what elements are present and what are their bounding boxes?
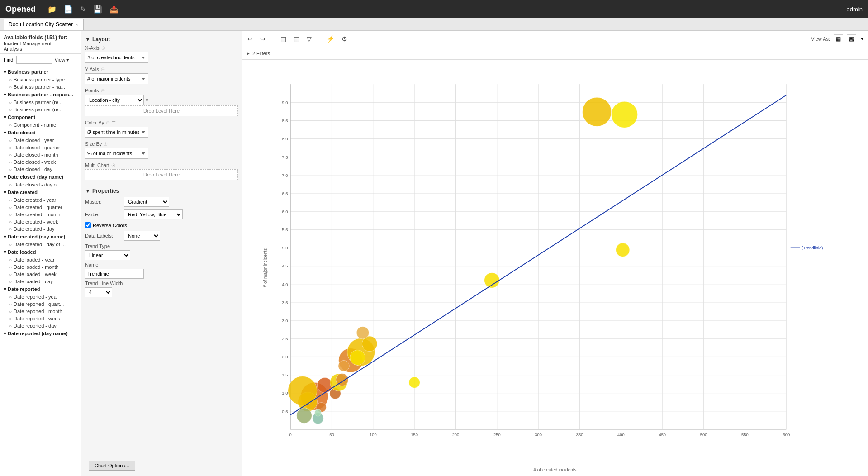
sizeby-dropdown[interactable]: % of major incidents — [85, 148, 148, 159]
colorby-info-icon[interactable]: ☉ — [106, 120, 110, 125]
document-tab[interactable]: Docu Location City Scatter × — [4, 19, 84, 30]
find-input[interactable] — [16, 56, 52, 64]
farbe-dropdown[interactable]: Red, Yellow, Blue — [124, 209, 183, 219]
points-drop-zone[interactable]: Drop Level Here — [85, 105, 238, 116]
yaxis-dropdown[interactable]: # of major incidents — [85, 73, 148, 84]
field-item[interactable]: ○Date reported - day — [0, 322, 81, 329]
save-icon[interactable]: 💾 — [93, 5, 102, 14]
field-item[interactable]: ○Date closed - year — [0, 137, 81, 144]
points-dropdown[interactable]: Location - city — [85, 95, 144, 105]
field-list-panel: Available fields (151) for: Incident Man… — [0, 31, 81, 476]
field-group-business-partner---reques...[interactable]: ▾ Business partner - reques... — [0, 90, 81, 99]
field-item[interactable]: ○Date created - week — [0, 218, 81, 225]
field-group-date-closed[interactable]: ▾ Date closed — [0, 129, 81, 137]
field-group-date-closed-(day-name)[interactable]: ▾ Date closed (day name) — [0, 173, 81, 181]
field-item[interactable]: ○Date reported - month — [0, 308, 81, 315]
tab-close-btn[interactable]: × — [76, 22, 78, 27]
folder-open-icon[interactable]: 📁 — [47, 5, 57, 14]
field-icon: ○ — [9, 198, 12, 203]
xaxis-select-container: # of created incidents — [85, 52, 238, 63]
field-item[interactable]: ○Date closed - day — [0, 166, 81, 173]
points-expand-icon[interactable]: ▼ — [145, 98, 149, 103]
field-icon: ○ — [9, 227, 12, 232]
field-icon: ○ — [9, 257, 12, 262]
trend-width-dropdown[interactable]: 4 — [85, 287, 112, 297]
field-item[interactable]: ○Date loaded - year — [0, 256, 81, 263]
svg-text:600: 600 — [783, 432, 790, 437]
xaxis-dropdown[interactable]: # of created incidents — [85, 52, 148, 63]
field-item[interactable]: ○Business partner (re... — [0, 99, 81, 106]
tab-label: Docu Location City Scatter — [9, 21, 73, 28]
field-item[interactable]: ○Date created - day of ... — [0, 241, 81, 248]
view-as-chart-btn[interactable]: ▩ — [847, 34, 856, 43]
yaxis-select-container: # of major incidents — [85, 73, 238, 84]
filter-button[interactable]: ▽ — [305, 34, 313, 43]
multichart-drop-zone[interactable]: Drop Level Here — [85, 169, 238, 180]
field-item[interactable]: ○Date closed - month — [0, 151, 81, 158]
trendline-name-input[interactable] — [85, 269, 144, 279]
field-item[interactable]: ○Date created - day — [0, 225, 81, 233]
field-item[interactable]: ○Date closed - quarter — [0, 144, 81, 151]
field-item[interactable]: ○Date loaded - day — [0, 278, 81, 285]
muster-dropdown[interactable]: Gradient — [124, 197, 169, 207]
field-item[interactable]: ○Date reported - year — [0, 293, 81, 300]
view-as-table-btn[interactable]: ▦ — [834, 34, 843, 43]
filter-expand-arrow[interactable]: ► — [246, 51, 251, 56]
field-item[interactable]: ○Business partner (re... — [0, 106, 81, 113]
table-view-button[interactable]: ▦ — [279, 34, 288, 43]
chart-options-button[interactable]: Chart Options... — [89, 461, 135, 471]
svg-point-84 — [612, 101, 638, 128]
field-group-date-created[interactable]: ▾ Date created — [0, 188, 81, 196]
svg-point-82 — [484, 273, 499, 288]
redo-button[interactable]: ↪ — [258, 34, 267, 43]
field-item[interactable]: ○Date closed - week — [0, 158, 81, 166]
svg-point-85 — [616, 243, 629, 257]
field-item[interactable]: ○Date reported - quart... — [0, 300, 81, 308]
field-item[interactable]: ○Date created - year — [0, 196, 81, 204]
field-group-date-reported-(day-name)[interactable]: ▾ Date reported (day name) — [0, 329, 81, 338]
field-item[interactable]: ○Component - name — [0, 121, 81, 129]
field-item[interactable]: ○Date closed - day of ... — [0, 181, 81, 188]
field-item[interactable]: ○Date created - month — [0, 211, 81, 218]
properties-collapse-icon[interactable]: ▼ — [85, 188, 90, 194]
colorby-dropdown[interactable]: Ø spent time in minutes — [85, 127, 148, 138]
sizeby-info-icon[interactable]: ☉ — [104, 142, 108, 147]
field-group-date-loaded[interactable]: ▾ Date loaded — [0, 248, 81, 256]
chart-toolbar: ↩ ↪ ▦ ▦ ▽ ⚡ ⚙ View As: ▦ ▩ ▼ — [242, 31, 868, 47]
undo-button[interactable]: ↩ — [246, 34, 255, 43]
new-doc-icon[interactable]: 📄 — [64, 5, 73, 14]
edit-icon[interactable]: ✎ — [80, 5, 86, 14]
view-dropdown-btn[interactable]: View ▾ — [54, 57, 69, 63]
field-item[interactable]: ○Business partner - na... — [0, 83, 81, 90]
data-labels-dropdown[interactable]: None — [124, 231, 160, 241]
svg-text:350: 350 — [576, 432, 583, 437]
settings-button[interactable]: ⚙ — [340, 34, 349, 43]
svg-text:3.0: 3.0 — [282, 318, 288, 323]
field-item[interactable]: ○Date created - quarter — [0, 204, 81, 211]
field-group-business-partner[interactable]: ▾ Business partner — [0, 68, 81, 76]
field-group-date-reported[interactable]: ▾ Date reported — [0, 285, 81, 293]
field-item[interactable]: ○Date loaded - month — [0, 263, 81, 271]
layout-section-header: ▼ Layout — [85, 34, 238, 45]
layout-collapse-icon[interactable]: ▼ — [85, 36, 90, 43]
pivot-view-button[interactable]: ▦ — [292, 34, 301, 43]
field-group-component[interactable]: ▾ Component — [0, 113, 81, 121]
trend-type-dropdown[interactable]: Linear — [85, 250, 130, 260]
field-group-date-created-(day-name)[interactable]: ▾ Date created (day name) — [0, 233, 81, 241]
app-title: Opened — [5, 5, 36, 14]
view-as-chevron[interactable]: ▼ — [860, 36, 864, 41]
colorby-extra-icon[interactable]: ☰ — [112, 120, 116, 125]
field-item[interactable]: ○Date reported - week — [0, 315, 81, 322]
lightning-button[interactable]: ⚡ — [325, 34, 336, 43]
svg-text:150: 150 — [411, 432, 418, 437]
reverse-colors-checkbox[interactable] — [85, 222, 91, 228]
svg-text:4.5: 4.5 — [282, 263, 288, 268]
export-icon[interactable]: 📤 — [109, 5, 119, 14]
multichart-info-icon[interactable]: ☉ — [111, 163, 115, 168]
trend-width-label-el: Trend Line Width — [85, 281, 238, 286]
field-item[interactable]: ○Business partner - type — [0, 76, 81, 83]
field-item[interactable]: ○Date loaded - week — [0, 271, 81, 278]
points-info-icon[interactable]: ☉ — [101, 88, 105, 93]
yaxis-info-icon[interactable]: ☉ — [101, 67, 105, 72]
xaxis-info-icon[interactable]: ☉ — [101, 46, 105, 51]
